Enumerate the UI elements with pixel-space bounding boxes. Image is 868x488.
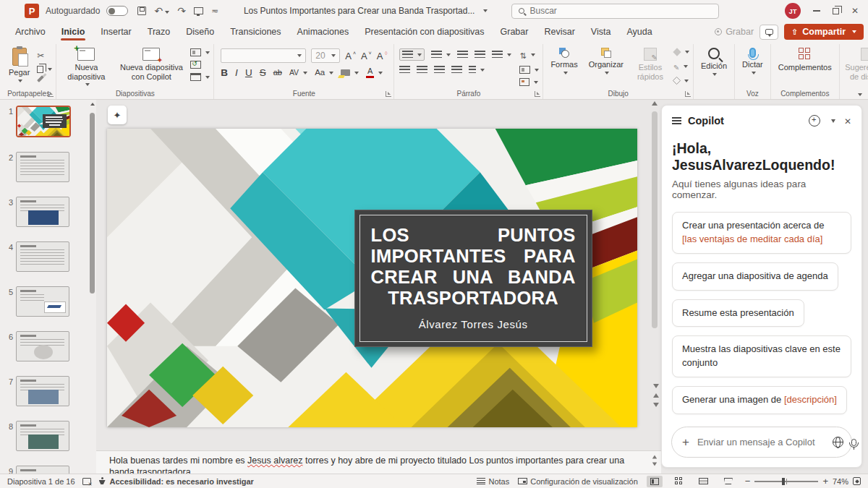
cut-icon[interactable] — [37, 48, 52, 61]
thumbnail-slide-4[interactable]: 4 — [4, 241, 96, 272]
new-slide-copilot-button[interactable]: ✦ Nueva diapositiva con Copilot — [116, 46, 187, 83]
reset-slide-icon[interactable] — [190, 61, 201, 69]
tab-insertar[interactable]: Insertar — [93, 24, 139, 40]
search-input[interactable] — [529, 6, 712, 16]
text-direction-button[interactable] — [519, 48, 539, 61]
zoom-out-icon[interactable]: − — [745, 476, 751, 487]
tab-grabar[interactable]: Grabar — [493, 24, 537, 40]
strikethrough-ab-button[interactable]: ab — [273, 69, 282, 77]
copilot-collapse-icon[interactable] — [831, 119, 835, 123]
thumbnail-slide-9[interactable]: 9 — [4, 466, 96, 474]
search-box[interactable] — [511, 4, 719, 19]
zoom-level[interactable]: 74% — [833, 477, 848, 486]
paragraph-dialog-launcher-icon[interactable] — [535, 91, 540, 97]
designer-button[interactable]: ✦ — [108, 106, 127, 124]
restore-icon[interactable] — [833, 8, 839, 14]
fit-slide-icon[interactable] — [853, 477, 861, 485]
tab-inicio[interactable]: Inicio — [54, 24, 93, 40]
slide-sorter-view-button[interactable] — [671, 476, 687, 487]
zoom-slider-thumb[interactable] — [782, 478, 785, 485]
tab-revisar[interactable]: Revisar — [536, 24, 582, 40]
editor-scrollbar[interactable] — [650, 101, 660, 411]
autosave-toggle[interactable] — [106, 6, 128, 16]
italic-button[interactable]: I — [235, 68, 238, 78]
proofing-status-icon[interactable] — [82, 478, 91, 485]
character-spacing-button[interactable]: AV — [289, 69, 307, 77]
notes-toggle[interactable]: Notas — [477, 477, 509, 486]
align-right-icon[interactable] — [434, 66, 445, 74]
tab-diseno[interactable]: Diseño — [178, 24, 222, 40]
editing-button[interactable]: Edición — [697, 46, 731, 78]
clear-formatting-button[interactable]: A◊ — [377, 51, 388, 61]
thumbnail-slide-8[interactable]: 8 — [4, 421, 96, 451]
underline-button[interactable]: U — [245, 68, 252, 78]
shape-outline-button[interactable] — [673, 60, 689, 73]
start-presentation-icon[interactable] — [194, 7, 203, 14]
shapes-button[interactable]: Formas — [547, 46, 581, 77]
comments-button[interactable] — [760, 25, 778, 40]
copilot-message-box[interactable] — [671, 427, 852, 458]
zoom-slider[interactable] — [754, 481, 818, 482]
share-button[interactable]: Compartir — [784, 24, 864, 40]
new-slide-button[interactable]: + Nueva diapositiva — [60, 46, 112, 88]
font-dialog-launcher-icon[interactable] — [386, 91, 391, 97]
paste-button[interactable]: Pegar — [5, 46, 33, 85]
tab-archivo[interactable]: Archivo — [7, 24, 54, 40]
copilot-new-chat-icon[interactable] — [809, 115, 820, 127]
notes-scroll-up-icon[interactable] — [652, 455, 657, 459]
customize-qat-icon[interactable] — [211, 6, 218, 16]
shape-effects-button[interactable] — [673, 77, 689, 84]
document-title[interactable]: Los Puntos Importantes para Crear una Ba… — [244, 6, 475, 16]
thumbnail-slide-1[interactable]: 1 — [4, 106, 96, 137]
thumbnail-slide-7[interactable]: 7 — [4, 376, 96, 406]
normal-view-button[interactable] — [647, 476, 663, 487]
copilot-add-icon[interactable] — [682, 436, 689, 449]
justify-icon[interactable] — [451, 66, 462, 74]
copilot-suggestion-card[interactable]: Muestra las diapositivas clave en este c… — [672, 335, 851, 377]
thumbnail-slide-5[interactable]: 5 — [4, 286, 96, 317]
strikethrough-button[interactable]: S — [260, 68, 266, 78]
font-name-combo[interactable] — [221, 48, 306, 63]
align-left-icon[interactable] — [399, 66, 410, 74]
bold-button[interactable]: B — [221, 68, 228, 78]
record-button[interactable]: Grabar — [715, 27, 754, 37]
change-case-button[interactable]: Aa — [315, 69, 333, 77]
format-painter-icon[interactable] — [37, 75, 44, 82]
avatar[interactable]: JT — [785, 3, 801, 19]
tab-trazo[interactable]: Trazo — [140, 24, 179, 40]
drawing-dialog-launcher-icon[interactable] — [685, 91, 691, 97]
display-settings-button[interactable]: Configuración de visualización — [518, 477, 638, 486]
copilot-suggestion-card[interactable]: Resume esta presentación — [672, 299, 804, 328]
arrange-button[interactable]: Organizar — [585, 46, 627, 77]
tab-vista[interactable]: Vista — [583, 24, 619, 40]
columns-button[interactable] — [469, 66, 485, 74]
copilot-suggestion-card[interactable]: Agregar una diapositiva de agenda — [672, 262, 838, 291]
scroll-down-icon[interactable] — [653, 384, 659, 388]
tab-animaciones[interactable]: Animaciones — [289, 24, 357, 40]
minimize-icon[interactable] — [813, 10, 820, 12]
copilot-close-icon[interactable] — [844, 114, 851, 127]
redo-icon[interactable] — [177, 5, 186, 17]
copilot-suggestion-card[interactable]: Crear una presentación acerca de [las ve… — [672, 212, 851, 254]
decrease-indent-icon[interactable] — [457, 51, 468, 59]
shrink-font-button[interactable]: A˅ — [361, 51, 372, 61]
tab-presentacion[interactable]: Presentación con diapositivas — [357, 24, 492, 40]
copilot-menu-icon[interactable] — [672, 117, 681, 124]
addins-button[interactable]: Complementos — [775, 46, 835, 74]
previous-slide-icon[interactable] — [653, 393, 659, 398]
copilot-message-input[interactable] — [697, 437, 825, 448]
reading-view-button[interactable] — [696, 476, 712, 487]
undo-button[interactable] — [154, 5, 169, 17]
quick-styles-button[interactable]: Estilos rápidos — [631, 46, 670, 83]
thumbnail-slide-3[interactable]: 3 — [4, 197, 96, 227]
clipboard-dialog-launcher-icon[interactable] — [48, 91, 54, 97]
smartart-button[interactable] — [519, 78, 539, 86]
highlight-button[interactable] — [341, 69, 359, 76]
notes-pane[interactable]: Hola buenas tardes mi nombre es Jesus al… — [96, 450, 661, 474]
notes-scroll-down-icon[interactable] — [652, 463, 657, 466]
tab-transiciones[interactable]: Transiciones — [222, 24, 289, 40]
design-ideas-button[interactable]: Sugerencias de diseño — [843, 46, 868, 83]
dictate-button[interactable]: Dictar — [739, 46, 767, 77]
line-spacing-button[interactable] — [492, 51, 511, 59]
thumbnails-scrollbar[interactable] — [90, 113, 95, 294]
